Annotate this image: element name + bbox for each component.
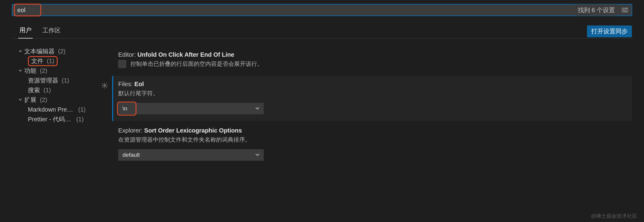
tab-workspace[interactable]: 工作区 [41,25,62,38]
select-files-eol[interactable]: \n [118,103,264,114]
tree-label: 文本编辑器 (2) [24,47,65,56]
settings-tree: 文本编辑器 (2) 文件 (1) 功能 (2) 资源管理器 (1) 搜索 (1)… [15,46,109,169]
tree-label: 搜索 (1) [28,86,51,94]
settings-search-input[interactable] [12,4,632,16]
tab-user[interactable]: 用户 [18,24,33,39]
tree-item-features[interactable]: 功能 (2) [15,66,109,76]
filter-icon[interactable] [621,6,629,14]
checkbox-unfold[interactable] [118,60,126,68]
setting-title: Files: Eol [118,81,626,88]
setting-files-eol: Files: Eol 默认行尾字符。 \n [112,76,632,121]
tree-item-file[interactable]: 文件 (1) [15,56,109,66]
tree-item-markdown[interactable]: Markdown Pre… (1) [15,105,109,114]
setting-title: Explorer: Sort Order Lexicographic Optio… [118,127,626,134]
tree-item-text-editor[interactable]: 文本编辑器 (2) [15,46,109,56]
tree-label: 功能 (2) [24,67,47,75]
tree-item-explorer[interactable]: 资源管理器 (1) [15,76,109,85]
tree-label: 资源管理器 (1) [28,76,69,85]
tree-label: Prettier - 代码… (1) [28,115,84,123]
tree-label: 文件 (1) [28,56,58,66]
chevron-down-icon [18,98,23,101]
chevron-down-icon [18,69,23,72]
setting-explorer-sort-order: Explorer: Sort Order Lexicographic Optio… [112,122,632,167]
tree-label: 扩展 (2) [24,96,47,104]
setting-description: 默认行尾字符。 [118,89,626,97]
settings-list: Editor: Unfold On Click After End Of Lin… [112,46,632,169]
chevron-down-icon [18,50,23,53]
chevron-down-icon [255,152,260,158]
svg-point-6 [104,85,106,86]
setting-description: 在资源管理器中控制文件和文件夹名称的词典排序。 [118,136,626,144]
setting-title: Editor: Unfold On Click After End Of Lin… [118,51,626,58]
select-value: \n [122,105,127,112]
gear-icon[interactable] [101,82,108,90]
search-result-count: 找到 6 个设置 [575,4,617,16]
tree-item-extensions[interactable]: 扩展 (2) [15,95,109,105]
select-value: default [122,152,140,158]
chevron-down-icon [255,105,260,112]
tree-item-search[interactable]: 搜索 (1) [15,85,109,95]
open-settings-sync-button[interactable]: 打开设置同步 [587,25,632,37]
tree-item-prettier[interactable]: Prettier - 代码… (1) [15,114,109,124]
setting-description: 控制单击已折叠的行后面的空内容是否会展开该行。 [130,60,263,68]
setting-unfold-on-click: Editor: Unfold On Click After End Of Lin… [112,46,632,75]
divider [12,38,632,39]
select-sort-order[interactable]: default [118,149,264,161]
watermark: @稀土掘金技术社区 [591,213,637,220]
tree-label: Markdown Pre… (1) [28,106,86,113]
